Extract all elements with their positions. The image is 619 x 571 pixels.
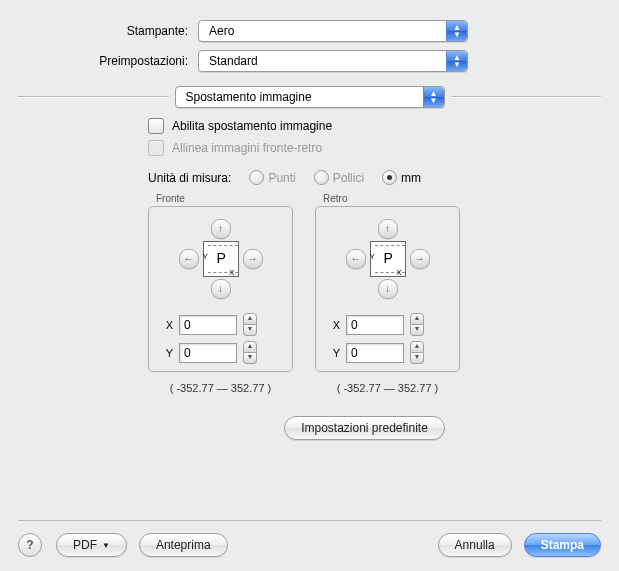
unit-inches[interactable]: Pollici xyxy=(314,170,364,185)
back-x-input[interactable] xyxy=(346,315,404,335)
unit-row: Unità di misura: Punti Pollici mm xyxy=(148,170,581,185)
shift-panels: Fronte ↑ ← Y X P → xyxy=(148,193,581,372)
pdf-menu-button[interactable]: PDF xyxy=(56,533,127,557)
print-dialog: Stampante: Aero ▲▼ Preimpostazioni: Stan… xyxy=(0,0,619,571)
range-row: ( -352.77 — 352.77 ) ( -352.77 — 352.77 … xyxy=(148,382,581,394)
dropdown-arrows-icon: ▲▼ xyxy=(423,87,444,107)
dialog-footer: ? PDF Anteprima Annulla Stampa xyxy=(18,520,601,557)
defaults-row: Impostazioni predefinite xyxy=(148,416,581,440)
preview-label: Anteprima xyxy=(156,538,211,552)
pane-content: Abilita spostamento immagine Allinea imm… xyxy=(148,118,581,440)
y-label: Y xyxy=(326,347,340,359)
unit-inches-label: Pollici xyxy=(333,171,364,185)
front-x-input[interactable] xyxy=(179,315,237,335)
front-page-preview: Y X P xyxy=(203,241,239,277)
radio-icon xyxy=(382,170,397,185)
front-y-stepper[interactable]: ▲▼ xyxy=(243,341,257,364)
help-icon: ? xyxy=(26,538,33,552)
back-x-row: X ▲▼ xyxy=(326,313,449,336)
align-duplex-checkbox xyxy=(148,140,164,156)
pdf-label: PDF xyxy=(73,538,97,552)
x-mark: X xyxy=(396,268,401,277)
printer-value: Aero xyxy=(209,24,234,38)
help-button[interactable]: ? xyxy=(18,533,42,557)
arrow-left-icon[interactable]: ← xyxy=(179,249,199,269)
enable-shift-row: Abilita spostamento immagine xyxy=(148,118,581,134)
arrow-down-icon[interactable]: ↓ xyxy=(378,279,398,299)
back-panel-wrap: Retro ↑ ← Y X P → xyxy=(315,193,460,372)
front-panel-wrap: Fronte ↑ ← Y X P → xyxy=(148,193,293,372)
front-panel-title: Fronte xyxy=(156,193,293,204)
radio-icon xyxy=(249,170,264,185)
back-nav: ↑ ← Y X P → ↓ xyxy=(326,219,449,299)
unit-points-label: Punti xyxy=(268,171,295,185)
cancel-button[interactable]: Annulla xyxy=(438,533,512,557)
printer-row: Stampante: Aero ▲▼ xyxy=(18,20,601,42)
defaults-label: Impostazioni predefinite xyxy=(301,421,428,435)
enable-shift-label: Abilita spostamento immagine xyxy=(172,119,332,133)
pane-separator: Spostamento immagine ▲▼ xyxy=(18,86,601,108)
back-range: ( -352.77 — 352.77 ) xyxy=(315,382,460,394)
separator-line xyxy=(451,96,602,98)
back-y-stepper[interactable]: ▲▼ xyxy=(410,341,424,364)
front-x-stepper[interactable]: ▲▼ xyxy=(243,313,257,336)
back-panel-title: Retro xyxy=(323,193,460,204)
back-y-row: Y ▲▼ xyxy=(326,341,449,364)
cancel-label: Annulla xyxy=(455,538,495,552)
back-panel: ↑ ← Y X P → ↓ xyxy=(315,206,460,372)
front-y-input[interactable] xyxy=(179,343,237,363)
dropdown-arrows-icon: ▲▼ xyxy=(446,51,467,71)
arrow-right-icon[interactable]: → xyxy=(243,249,263,269)
front-range: ( -352.77 — 352.77 ) xyxy=(148,382,293,394)
x-label: X xyxy=(159,319,173,331)
preview-button[interactable]: Anteprima xyxy=(139,533,228,557)
back-x-stepper[interactable]: ▲▼ xyxy=(410,313,424,336)
pane-value: Spostamento immagine xyxy=(186,90,312,104)
unit-mm-label: mm xyxy=(401,171,421,185)
align-duplex-label: Allinea immagini fronte-retro xyxy=(172,141,322,155)
align-duplex-row: Allinea immagini fronte-retro xyxy=(148,140,581,156)
print-label: Stampa xyxy=(541,538,584,552)
arrow-up-icon[interactable]: ↑ xyxy=(378,219,398,239)
presets-label: Preimpostazioni: xyxy=(18,54,198,68)
x-label: X xyxy=(326,319,340,331)
front-panel: ↑ ← Y X P → ↓ xyxy=(148,206,293,372)
arrow-down-icon[interactable]: ↓ xyxy=(211,279,231,299)
y-mark: Y xyxy=(203,252,208,261)
y-mark: Y xyxy=(370,252,375,261)
unit-label: Unità di misura: xyxy=(148,171,231,185)
front-y-row: Y ▲▼ xyxy=(159,341,282,364)
separator-line xyxy=(18,96,169,98)
y-label: Y xyxy=(159,347,173,359)
p-mark: P xyxy=(384,250,393,266)
pane-select[interactable]: Spostamento immagine ▲▼ xyxy=(175,86,445,108)
radio-icon xyxy=(314,170,329,185)
front-x-row: X ▲▼ xyxy=(159,313,282,336)
arrow-right-icon[interactable]: → xyxy=(410,249,430,269)
printer-label: Stampante: xyxy=(18,24,198,38)
back-y-input[interactable] xyxy=(346,343,404,363)
x-mark: X xyxy=(229,268,234,277)
arrow-left-icon[interactable]: ← xyxy=(346,249,366,269)
presets-value: Standard xyxy=(209,54,258,68)
front-nav: ↑ ← Y X P → ↓ xyxy=(159,219,282,299)
arrow-up-icon[interactable]: ↑ xyxy=(211,219,231,239)
p-mark: P xyxy=(217,250,226,266)
back-page-preview: Y X P xyxy=(370,241,406,277)
unit-mm[interactable]: mm xyxy=(382,170,421,185)
presets-select[interactable]: Standard ▲▼ xyxy=(198,50,468,72)
unit-points[interactable]: Punti xyxy=(249,170,295,185)
enable-shift-checkbox[interactable] xyxy=(148,118,164,134)
print-button[interactable]: Stampa xyxy=(524,533,601,557)
printer-select[interactable]: Aero ▲▼ xyxy=(198,20,468,42)
defaults-button[interactable]: Impostazioni predefinite xyxy=(284,416,445,440)
dropdown-arrows-icon: ▲▼ xyxy=(446,21,467,41)
presets-row: Preimpostazioni: Standard ▲▼ xyxy=(18,50,601,72)
